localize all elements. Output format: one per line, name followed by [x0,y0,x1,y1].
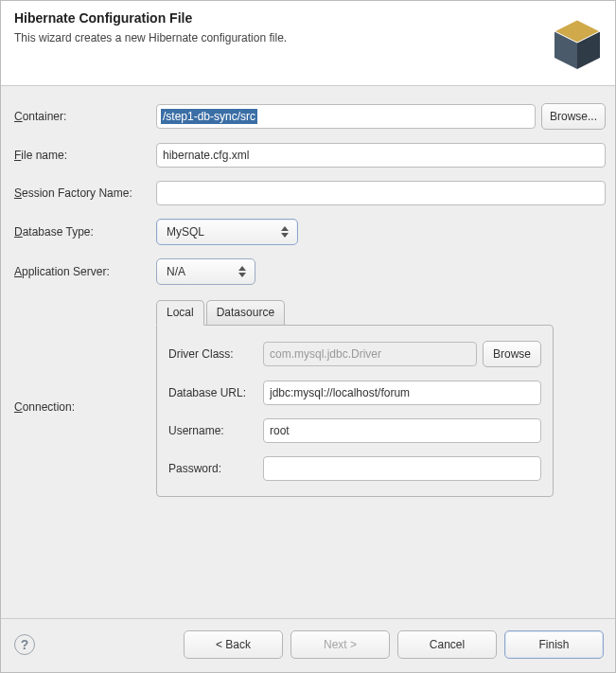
database-type-label: Database Type: [14,225,156,239]
next-button: Next > [290,630,390,659]
container-field[interactable]: /step1-db-sync/src [156,104,536,129]
application-server-combo[interactable]: N/A [156,258,255,285]
wizard-form: Container: /step1-db-sync/src Browse... … [1,86,616,505]
wizard-subtitle: This wizard creates a new Hibernate conf… [14,31,604,44]
username-field[interactable] [263,418,541,443]
updown-icon [278,222,291,241]
database-type-combo[interactable]: MySQL [156,219,298,245]
help-icon[interactable]: ? [14,634,35,655]
database-type-value: MySQL [167,225,204,239]
wizard-footer: ? < Back Next > Cancel Finish [1,618,616,673]
wizard-header: Hibernate Configuration File This wizard… [1,1,616,86]
username-label: Username: [168,424,263,437]
password-label: Password: [168,462,263,475]
application-server-label: Application Server: [14,265,156,278]
password-field[interactable] [263,456,541,481]
tab-datasource[interactable]: Datasource [206,300,285,325]
finish-button[interactable]: Finish [504,630,604,659]
file-name-field[interactable] [156,143,606,168]
application-server-value: N/A [167,265,185,278]
updown-icon [236,262,249,281]
session-factory-label: Session Factory Name: [14,186,156,200]
wizard-title: Hibernate Configuration File [14,10,604,26]
container-value: /step1-db-sync/src [161,109,257,124]
tab-local[interactable]: Local [156,300,204,326]
cancel-button[interactable]: Cancel [397,630,497,659]
hibernate-logo-icon [549,16,606,73]
back-button[interactable]: < Back [184,630,283,659]
container-browse-button[interactable]: Browse... [541,103,606,130]
session-factory-field[interactable] [156,181,606,205]
container-label: Container: [14,110,156,123]
file-name-label: File name: [14,149,156,162]
connection-label: Connection: [14,400,156,414]
